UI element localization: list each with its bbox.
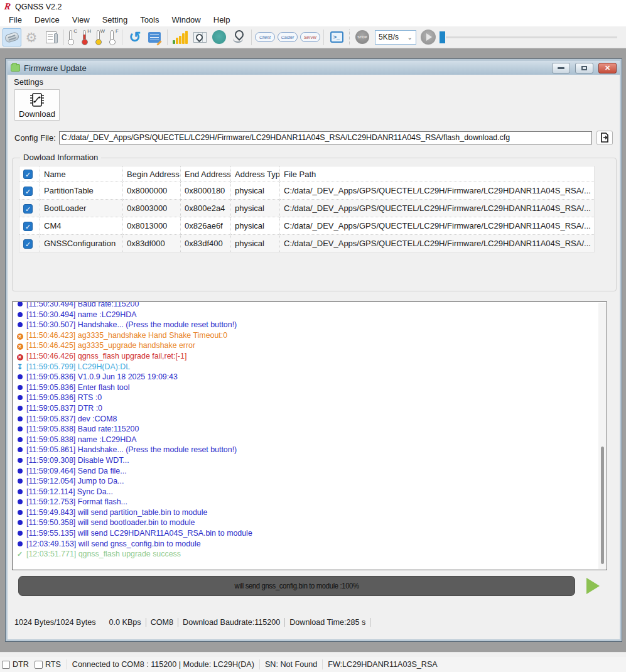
table-row[interactable]: ✓GNSSConfiguration0x83df0000x83df400phys… — [19, 235, 595, 252]
menu-window[interactable]: Window — [166, 14, 207, 26]
terminal-button[interactable]: >_ — [327, 28, 346, 46]
row-address-type: physical — [231, 235, 280, 252]
report-button[interactable] — [41, 28, 60, 46]
firmware-folder-icon — [11, 64, 20, 72]
thermometer-f-icon[interactable]: F — [109, 29, 119, 45]
menu-help[interactable]: Help — [207, 14, 237, 26]
rts-label: RTS — [45, 660, 61, 669]
skyplot-button[interactable] — [210, 28, 229, 46]
signal-view-button[interactable] — [171, 28, 190, 46]
info-bullet-icon — [18, 489, 23, 494]
log-text: [11:59:12.753] Format flash... — [26, 497, 127, 507]
info-bullet-icon — [18, 312, 23, 317]
info-bullet-icon — [18, 426, 23, 431]
menu-view[interactable]: View — [66, 14, 96, 26]
quectel-logo-icon: R — [4, 2, 11, 11]
cloud-label: Server — [304, 35, 317, 40]
log-line: [11:59:05.836] V1.0.9 Jun 18 2025 19:09:… — [16, 372, 598, 382]
row-checkbox[interactable]: ✓ — [23, 239, 33, 249]
info-bullet-icon — [18, 469, 23, 474]
track-button[interactable] — [229, 28, 248, 46]
group-title: Dowload Information — [20, 153, 101, 162]
row-checkbox[interactable]: ✓ — [23, 187, 33, 196]
start-download-button[interactable] — [586, 578, 600, 594]
dtr-checkbox[interactable] — [2, 661, 10, 669]
close-button[interactable]: ✕ — [598, 63, 617, 73]
row-checkbox-cell[interactable]: ✓ — [19, 200, 40, 217]
minimize-button[interactable] — [552, 63, 570, 73]
rts-checkbox[interactable] — [35, 661, 43, 669]
menu-settings[interactable]: Settings — [8, 76, 50, 88]
menu-tools[interactable]: Tools — [134, 14, 165, 26]
row-checkbox[interactable]: ✓ — [23, 204, 33, 214]
ntrip-caster-button[interactable]: Caster — [278, 31, 298, 43]
column-header: Address Type — [231, 166, 280, 182]
ntrip-server-button[interactable]: Server — [300, 31, 320, 43]
play-button[interactable] — [419, 28, 437, 46]
settings-button[interactable]: ⚙ — [22, 28, 41, 46]
replay-slider-track[interactable] — [446, 36, 617, 38]
serial-number-status: SN: Not Found — [259, 659, 322, 669]
menu-device[interactable]: Device — [28, 14, 66, 26]
toolbar-separator-dotted — [349, 30, 350, 45]
thermometer-w-icon[interactable]: W — [95, 29, 105, 45]
row-checkbox-cell[interactable]: ✓ — [19, 217, 40, 235]
log-output[interactable]: [11:50:30.494] Baud rate:115200[11:50:30… — [12, 301, 607, 570]
select-all-header[interactable]: ✓ — [19, 166, 40, 182]
log-text: [11:59:05.837] DTR :0 — [26, 403, 102, 414]
menu-file[interactable]: File — [3, 14, 28, 26]
table-row[interactable]: ✓PartitionTable0x80000000x8000180physica… — [19, 182, 595, 200]
row-file-path: C:/data/_DEV_Apps/GPS/QUECTEL/LC29H/Firm… — [280, 182, 595, 200]
table-row[interactable]: ✓CM40x80130000x826ae6fphysicalC:/data/_D… — [19, 217, 595, 235]
row-checkbox-cell[interactable]: ✓ — [19, 235, 40, 252]
log-line: ✕[11:50:46.426] qgnss_flash upgrade fail… — [16, 351, 598, 362]
dialog-titlebar[interactable]: Firmware Update ✕ — [8, 61, 620, 75]
download-arrow-icon: ↧ — [16, 362, 23, 372]
row-checkbox-cell[interactable]: ✓ — [19, 182, 40, 200]
ntrip-client-button[interactable]: Client — [255, 31, 275, 43]
progress-row: will send gnss_config.bin to module :100… — [18, 575, 613, 597]
thermometer-c-icon[interactable]: C — [67, 29, 77, 45]
table-row[interactable]: ✓BootLoader0x80030000x800e2a4physicalC:/… — [19, 200, 595, 217]
toolbar-separator — [323, 30, 324, 45]
browse-file-button[interactable] — [596, 131, 613, 145]
replay-slider-handle[interactable] — [440, 31, 445, 43]
log-text: [12:03:49.153] will send gnss_config.bin… — [26, 539, 201, 550]
app-titlebar: R QGNSS V2.2 — [0, 0, 626, 13]
refresh-button[interactable]: ↺ — [126, 28, 144, 46]
log-scrollbar[interactable] — [598, 303, 606, 569]
select-all-checkbox[interactable]: ✓ — [23, 170, 33, 179]
stop-button[interactable]: STOP — [353, 28, 372, 46]
info-bullet-icon — [18, 520, 23, 525]
info-bullet-icon — [18, 374, 23, 379]
connect-device-button[interactable] — [3, 28, 21, 46]
log-line: [11:59:05.837] dev :COM8 — [16, 414, 598, 425]
row-end-address: 0x826ae6f — [181, 217, 231, 235]
log-text: [11:59:12.114] Sync Da... — [26, 487, 113, 497]
dialog-menubar: Settings — [8, 75, 620, 89]
row-begin-address: 0x83df000 — [123, 235, 181, 252]
thermometer-h-icon[interactable]: H — [81, 29, 91, 45]
toolbar-separator — [63, 30, 64, 45]
menu-setting[interactable]: Setting — [96, 14, 134, 26]
status-segment: Download Baudrate:115200 — [178, 618, 284, 627]
log-text: [11:59:05.861] Handshake... (Press the m… — [26, 445, 237, 455]
column-header: File Path — [280, 166, 595, 182]
toolbar-separator — [122, 30, 122, 45]
app-toolbar: ⚙ CHWF ↺ ClientCasterServer >_ STOP 5KB/… — [0, 26, 626, 48]
info-bullet-icon — [18, 479, 23, 484]
thermometer-group: CHWF — [67, 29, 119, 45]
info-bullet-icon — [18, 301, 23, 306]
log-text: [11:50:30.494] name :LC29HDA — [26, 310, 136, 320]
row-checkbox[interactable]: ✓ — [23, 222, 33, 231]
log-text: [11:59:50.358] will send bootloader.bin … — [26, 518, 195, 528]
maximize-button[interactable] — [575, 63, 593, 73]
signal-bars-icon — [173, 30, 188, 44]
log-scrollbar-thumb[interactable] — [601, 447, 604, 564]
nmea-console-button[interactable] — [145, 28, 164, 46]
speed-dropdown[interactable]: 5KB/s ⌄ — [375, 30, 416, 45]
download-tool-button[interactable]: Download — [14, 89, 60, 121]
config-file-input[interactable] — [59, 131, 592, 144]
map-view-button[interactable] — [190, 28, 209, 46]
row-begin-address: 0x8003000 — [123, 200, 181, 217]
